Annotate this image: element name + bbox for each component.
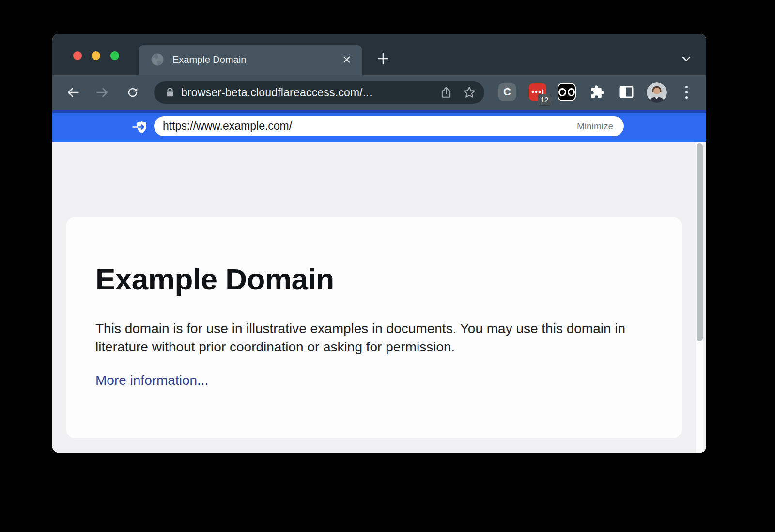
share-icon[interactable]: [438, 84, 454, 101]
isolation-url-field[interactable]: https://www.example.com/ Minimize: [154, 116, 624, 136]
extension-badge: 12: [538, 94, 551, 105]
tab-strip: Example Domain: [52, 34, 706, 75]
lock-icon: [165, 87, 175, 98]
more-information-link[interactable]: More information...: [95, 373, 208, 388]
side-panel-icon[interactable]: [618, 83, 635, 101]
back-icon[interactable]: [63, 83, 82, 102]
address-bar[interactable]: browser-beta.cloudflareaccess.com/...: [154, 81, 484, 104]
forward-icon[interactable]: [93, 83, 112, 102]
window-zoom-button[interactable]: [110, 51, 119, 60]
isolation-url-text: https://www.example.com/: [163, 120, 577, 133]
extensions-puzzle-icon[interactable]: [589, 83, 606, 101]
profile-avatar[interactable]: [647, 82, 667, 103]
isolation-url-bar: https://www.example.com/ Minimize: [52, 110, 706, 142]
new-tab-plus-icon[interactable]: [374, 50, 392, 67]
extension-c-icon[interactable]: C: [498, 83, 516, 101]
browser-menu-kebab-icon[interactable]: [682, 83, 690, 101]
bookmark-star-icon[interactable]: [461, 84, 478, 101]
window-minimize-button[interactable]: [92, 51, 100, 60]
browser-window: Example Domain browser-beta.clo: [52, 34, 706, 453]
example-domain-card: Example Domain This domain is for use in…: [66, 217, 682, 438]
tab-title: Example Domain: [172, 45, 246, 75]
ring-left: [558, 88, 566, 96]
window-close-button[interactable]: [73, 51, 82, 60]
two-circles-extension-icon[interactable]: [558, 83, 576, 101]
extension-c-label: C: [503, 86, 511, 98]
browser-toolbar: browser-beta.cloudflareaccess.com/... C: [52, 75, 706, 110]
tab-close-icon[interactable]: [340, 53, 354, 66]
scrollbar-thumb[interactable]: [697, 143, 703, 341]
page-title: Example Domain: [95, 264, 334, 294]
ring-right: [568, 88, 575, 96]
tab-search-chevron-down-icon[interactable]: [679, 51, 694, 66]
scrollbar-track[interactable]: [696, 142, 703, 453]
reload-icon[interactable]: [123, 83, 142, 102]
globe-favicon-icon: [150, 52, 165, 67]
tab-example-domain[interactable]: Example Domain: [139, 45, 362, 75]
shield-arrow-icon: [132, 120, 148, 135]
page-viewport: Example Domain This domain is for use in…: [52, 142, 706, 453]
page-paragraph: This domain is for use in illustrative e…: [95, 319, 660, 356]
password-manager-extension-icon[interactable]: 12: [529, 83, 546, 101]
address-url-text: browser-beta.cloudflareaccess.com/...: [181, 86, 438, 99]
minimize-bar-button[interactable]: Minimize: [577, 121, 613, 132]
